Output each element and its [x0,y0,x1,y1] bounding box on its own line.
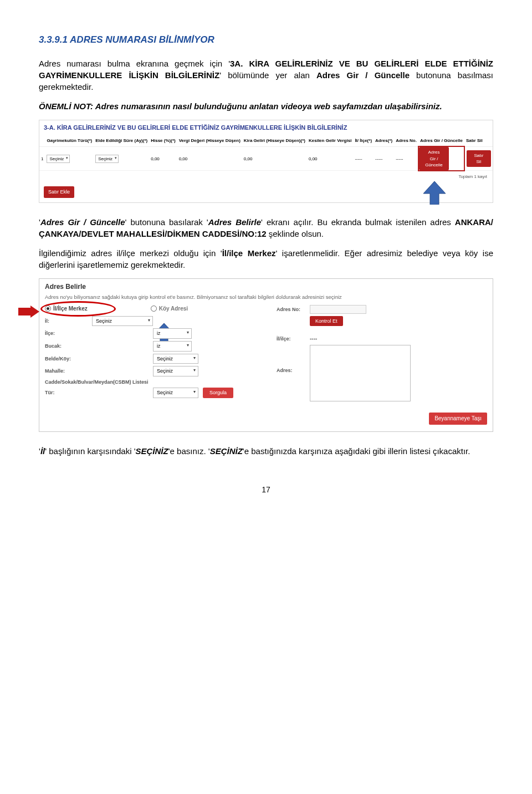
text-bold: Adres Gir / Güncelle [40,217,125,227]
cell-value: 0,00 [307,146,353,171]
btn-text: Güncelle [425,162,443,167]
col-head: Kesilen Gelir Vergisi [307,135,353,146]
svg-marker-0 [423,181,446,205]
kontrol-et-button[interactable]: Kontrol Et [310,316,343,327]
total-count: Toplam 1 kayıt [39,171,493,182]
text-bold: İl [40,446,45,456]
paragraph-5: 'İl' başlığının karşısındaki 'SEÇİNİZ'e … [39,445,493,457]
table-row: 1 Seçiniz Seçiniz 0,00 0,00 0,00 0,00 --… [39,146,493,171]
satir-ekle-button[interactable]: Satır Ekle [44,186,74,198]
select-type[interactable]: Seçiniz [47,155,70,163]
col-head: Vergi Değeri (Hisseye Düşen) [177,135,242,146]
col-head: Elde Edildiği Süre (Ay)(*) [94,135,149,146]
beyannameye-tasi-button[interactable]: Beyannameye Taşı [429,413,487,425]
select-duration[interactable]: Seçiniz [95,155,119,163]
svg-marker-1 [18,306,39,318]
text: 'e bastığınızda karşınıza aşağıdaki gibi… [243,446,470,456]
col-head: Adres(*) [374,135,394,146]
page-number: 17 [39,485,493,496]
panel2-desc: Adres no'yu biliyorsanız sağdaki kutuya … [45,293,487,301]
cell-index: 1 [39,146,45,171]
col-head: Adres Gir / Güncelle [418,135,464,146]
label-adres: Adres: [277,345,310,374]
cell-value: 0,00 [149,146,177,171]
select-il[interactable]: Seçiniz [92,316,153,327]
col-head [39,135,45,146]
sorgula-button[interactable]: Sorgula [203,388,233,398]
text-bold: SEÇİNİZ [136,446,168,456]
note-label: ÖNEMLİ NOT: [39,101,93,111]
screenshot-table-panel: 3-A. KİRA GELİRLERİNİZ VE BU GELİRLERİ E… [39,120,493,203]
arrow-up-icon [423,181,446,205]
col-head: Satır Sil [464,135,493,146]
select-ilce[interactable]: iz [153,328,192,339]
select-mahalle[interactable]: Seçiniz [153,366,198,376]
select-tur[interactable]: Seçiniz [153,388,198,398]
text: İlgilendiğimiz adres il/ilçe merkezi old… [39,248,222,258]
col-head: Adres No. [394,135,418,146]
label-ilce: İlçe: [45,330,92,337]
radio-label: İl/İlçe Merkez [53,305,88,313]
col-head: Hisse (%)(*) [149,135,177,146]
radio-il-ilce-merkez[interactable] [45,306,51,312]
paragraph-1: Adres numarası bulma ekranına geçmek içi… [39,58,493,93]
col-head: Gayrimekulün Türü(*) [45,135,94,146]
col-head: İl/ İlçe(*) [353,135,374,146]
panel-title: 3-A. KİRA GELİRLERİNİZ VE BU GELİRLERİ E… [39,120,493,135]
cell-value: ----- [374,146,394,171]
adres-gir-guncelle-button[interactable]: Adres Gir / Güncelle [419,147,449,170]
screenshot-adres-belirle: Adres Belirle Adres no'yu biliyorsanız s… [39,278,493,432]
radio-label: Köy Adresi [159,305,188,313]
col-head: Kira Geliri (Hisseye Düşen)(*) [242,135,307,146]
radio-koy-adresi[interactable] [151,306,157,312]
label-mahalle: Mahalle: [45,368,92,375]
text-bold: Adres Gir / Güncelle [316,70,410,80]
text-bold: Adres Belirle [208,217,261,227]
panel2-title: Adres Belirle [45,282,487,292]
data-table: Gayrimekulün Türü(*) Elde Edildiği Süre … [39,135,493,171]
text: Adres numarası bulma ekranına geçmek içi… [39,59,230,68]
cell-value: 0,00 [177,146,242,171]
text: ' butonuna basılarak ' [125,217,208,227]
paragraph-3: 'Adres Gir / Güncelle' butonuna basılara… [39,216,493,240]
label-ililce: İl/ilçe: [277,335,310,343]
adres-no-input[interactable] [310,305,366,314]
label-il: İl: [45,318,92,325]
btn-text: Sil [476,159,481,164]
adres-box [310,345,411,401]
text: ' başlığının karşısındaki ' [45,446,135,456]
label-bucak: Bucak: [45,343,92,350]
text: ' ekranı açılır. Bu ekranda bulmak isten… [261,217,455,227]
text-bold: SEÇİNİZ [210,446,243,456]
cell-value: ----- [394,146,418,171]
label-tur: Tür: [45,389,92,396]
text-bold: İl/ilçe Merkez [222,248,276,258]
cell-value: 0,00 [242,146,307,171]
text: 'e basınız. ' [168,446,210,456]
select-bucak[interactable]: iz [153,341,192,352]
label-csbm: Cadde/Sokak/Bulvar/Meydan(CSBM) Listesi [45,379,189,386]
select-belde[interactable]: Seçiniz [153,354,198,364]
text: ' bölümünde yer alan [219,70,316,80]
label-belde: Belde/Köy: [45,355,92,363]
paragraph-4: İlgilendiğimiz adres il/ilçe merkezi old… [39,247,493,271]
ililce-value: ---- [310,335,317,343]
note-text: Adres numarasının nasıl bulunduğunu anla… [93,101,442,111]
label-adres-no: Adres No: [277,306,310,313]
text: şeklinde olsun. [267,229,324,238]
satir-sil-button[interactable]: Satır Sil [467,150,491,167]
btn-text: Satır [474,153,483,158]
cell-value: ----- [353,146,374,171]
btn-text: Gir / [429,156,438,161]
btn-text: Adres [428,150,440,155]
section-heading: 3.3.9.1 ADRES NUMARASI BİLİNMİYOR [39,33,493,47]
table-header-row: Gayrimekulün Türü(*) Elde Edildiği Süre … [39,135,493,146]
arrow-right-icon [18,306,39,320]
paragraph-note: ÖNEMLİ NOT: Adres numarasının nasıl bulu… [39,100,493,112]
